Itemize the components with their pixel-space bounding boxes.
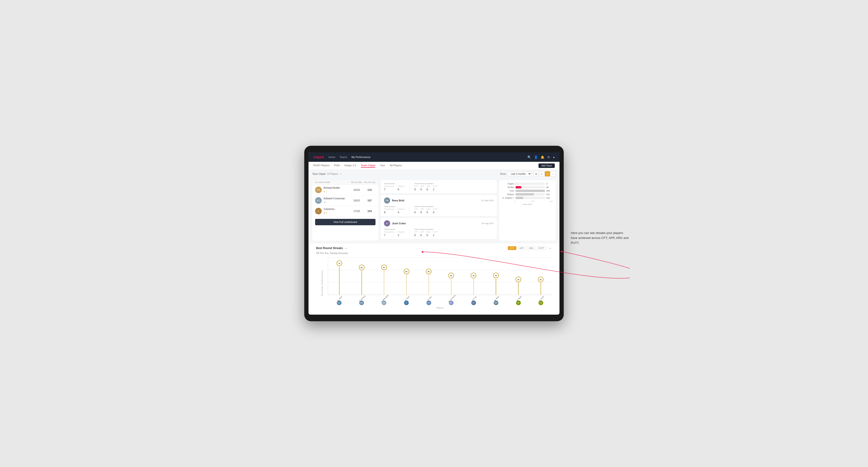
filter-arg[interactable]: ARG xyxy=(527,246,536,250)
tournament-val: 7 xyxy=(384,188,394,191)
bar-row-birdies: Birdies 96 xyxy=(502,186,553,188)
filter-putt[interactable]: PUTT xyxy=(536,246,547,250)
streaks-chart-grid: 7x6x6x5x5x4x4x4x3x3x xyxy=(328,257,552,295)
val: 7 xyxy=(384,234,394,237)
add-team-button[interactable]: Add Team xyxy=(538,163,555,168)
tab-pgat-players[interactable]: PGAT Players xyxy=(313,164,330,168)
streak-line xyxy=(406,275,407,295)
player-info: Edward Crossman ♥ 2 xyxy=(323,197,349,204)
x-axis-0: 0 xyxy=(514,200,515,203)
bar-chart: Eagles 3 Birdies 96 Pars 499 Bogeys 311 … xyxy=(502,183,553,199)
card-date: 02 Sep 2023 xyxy=(482,199,493,201)
right-panel: Eagles 3 Birdies 96 Pars 499 Bogeys 311 … xyxy=(499,180,556,241)
list-view-btn[interactable]: ≡ xyxy=(539,171,545,177)
streak-bubble: 4x xyxy=(448,273,454,278)
card-view-btn[interactable]: ◫ xyxy=(545,171,550,177)
val: 4 xyxy=(398,211,404,214)
bar-track xyxy=(516,197,545,199)
avatar: RB xyxy=(384,197,390,204)
val: 0 xyxy=(414,211,418,214)
sort-btn[interactable]: ↕ xyxy=(551,171,556,177)
x-axis-400: 400 xyxy=(550,200,553,203)
val: 0 xyxy=(420,211,424,214)
streak-col: 4x xyxy=(440,257,462,295)
streak-col: 6x xyxy=(373,257,395,295)
val: 0 xyxy=(427,234,431,237)
search-icon[interactable]: 🔍 xyxy=(527,155,531,159)
edit-icon[interactable]: ✎ xyxy=(340,173,342,175)
player-card-summary: Total Rounds Tournament 7 Practice 6 xyxy=(381,180,497,193)
card-date: 26 Aug 2023 xyxy=(482,222,493,224)
bar-fill xyxy=(516,183,516,185)
filter-app[interactable]: APP xyxy=(517,246,526,250)
label: Total Rounds xyxy=(384,206,404,208)
label: PUTT xyxy=(433,231,438,233)
tournament-label: Tournament xyxy=(384,185,394,187)
player-count: 14 Players xyxy=(327,173,338,175)
bar-label: Birdies xyxy=(502,186,514,188)
annotation-block: Here you can see streaks your players ha… xyxy=(571,231,630,245)
tablet-device: clippd Home Teams My Performance 🔍 👤 🔔 ⚙… xyxy=(304,146,564,321)
avatar: RB xyxy=(315,187,322,193)
app-val: 0 xyxy=(420,188,424,191)
x-axis-label: Players xyxy=(328,307,552,309)
streaks-subtitle: Off The Tee, Fairway Accuracy xyxy=(316,252,552,254)
nav-links: Home Teams My Performance xyxy=(328,156,523,158)
main-content: PLAYER NAME PB SCORE PB AVG SQ RB Richar… xyxy=(309,177,559,243)
player-info: Richard Butler ♥ 1 xyxy=(323,186,349,193)
streak-line xyxy=(518,283,519,295)
label: PUTT xyxy=(433,208,438,210)
arg-val: 0 xyxy=(427,188,431,191)
tab-tour[interactable]: Tour xyxy=(380,164,385,168)
bar-row-bogeys: Bogeys 311 xyxy=(502,193,553,195)
player-row[interactable]: C Cameron... ♥ 3 17/20 103 xyxy=(312,206,378,217)
bar-label: Bogeys xyxy=(502,193,514,195)
app-logo: clippd xyxy=(313,155,323,159)
filter-ott[interactable]: OTT xyxy=(508,246,516,250)
chart-title: Total Shots xyxy=(502,203,553,206)
player-row[interactable]: RB Richard Butler ♥ 1 19/20 110 xyxy=(312,185,378,195)
tab-hcaps[interactable]: Hcaps 1-5 xyxy=(344,164,356,168)
player-name: Rees Britt xyxy=(392,199,404,202)
player-score: 17/20 xyxy=(349,210,364,213)
user-icon[interactable]: 👤 xyxy=(534,155,538,159)
nav-home[interactable]: Home xyxy=(328,156,335,158)
label: OTT xyxy=(414,231,418,233)
player-row[interactable]: EC Edward Crossman ♥ 2 18/20 107 xyxy=(312,195,378,206)
bar-value: 131 xyxy=(546,197,553,199)
view-leaderboard-button[interactable]: View Full Leaderboard xyxy=(315,219,375,225)
val: 8 xyxy=(384,211,394,214)
sub-nav: PGAT Players PGA Hcaps 1-5 Team Clippd T… xyxy=(309,162,559,170)
streak-col: 7x xyxy=(328,257,350,295)
avatar: C xyxy=(315,208,322,214)
bar-track xyxy=(516,183,545,185)
streak-col: 5x xyxy=(418,257,440,295)
grid-view-btn[interactable]: ⊞ xyxy=(533,171,539,177)
tab-pga[interactable]: PGA xyxy=(334,164,340,168)
settings-icon[interactable]: ⚙ xyxy=(547,155,550,159)
ott-val: 0 xyxy=(414,188,418,191)
label: Total Rounds xyxy=(384,228,404,230)
card-header: JC Josh Coles 26 Aug 2023 xyxy=(384,220,493,226)
bell-icon[interactable]: 🔔 xyxy=(540,155,545,159)
col-avg-header: PB AVG SQ xyxy=(364,181,375,184)
table-header: PLAYER NAME PB SCORE PB AVG SQ xyxy=(312,180,378,185)
y-axis-label: Best Streak, Fairway Accuracy xyxy=(321,270,323,296)
nav-teams[interactable]: Teams xyxy=(340,156,347,158)
card-stats: Total Rounds Tournament 8 Practice 4 xyxy=(384,206,493,214)
tab-team-clippd[interactable]: Team Clippd xyxy=(361,164,375,168)
medal-icon: ♥ xyxy=(323,212,325,214)
tab-all-players[interactable]: All Players xyxy=(390,164,402,168)
label: Total Practice Activities xyxy=(414,228,438,230)
middle-panel: Total Rounds Tournament 7 Practice 6 xyxy=(381,180,497,241)
streak-line xyxy=(496,279,496,295)
bar-track xyxy=(516,193,545,195)
nav-my-performance[interactable]: My Performance xyxy=(351,156,371,158)
card-header: RB Rees Britt 02 Sep 2023 xyxy=(384,197,493,204)
label: APP xyxy=(420,208,424,210)
label: ARG xyxy=(427,208,431,210)
label: OTT xyxy=(414,208,418,210)
streak-col: 3x xyxy=(507,257,530,295)
avatar-icon[interactable]: ● xyxy=(553,155,555,159)
date-range-select[interactable]: Last 3 months xyxy=(508,172,532,176)
